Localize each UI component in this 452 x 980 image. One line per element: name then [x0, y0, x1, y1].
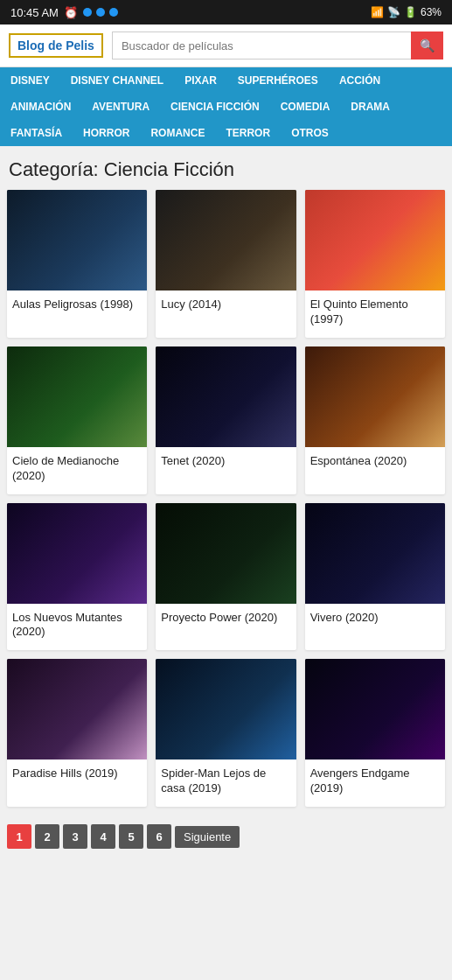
movie-card-avengers[interactable]: Avengers Endgame (2019): [305, 659, 445, 807]
movie-title-spiderman: Spider-Man Lejos de casa (2019): [156, 760, 296, 807]
dot-3: [109, 8, 118, 17]
page-num-2[interactable]: 2: [35, 824, 59, 849]
nav-item-accin[interactable]: ACCIÓN: [329, 67, 391, 94]
header: Blog de Pelis 🔍: [0, 24, 452, 67]
movie-thumb-paradise: [7, 659, 147, 760]
movie-thumb-vivero: [305, 503, 445, 604]
status-left: 10:45 AM ⏰: [10, 6, 118, 19]
movie-card-tenet[interactable]: Tenet (2020): [156, 346, 296, 494]
movie-title-proyecto: Proyecto Power (2020): [156, 604, 296, 636]
movie-card-vivero[interactable]: Vivero (2020): [305, 503, 445, 651]
search-button[interactable]: 🔍: [411, 32, 443, 60]
nav-item-horror[interactable]: HORROR: [73, 120, 140, 146]
search-input[interactable]: [112, 32, 411, 60]
page-num-3[interactable]: 3: [63, 824, 87, 849]
movie-title-tenet: Tenet (2020): [156, 447, 296, 480]
movie-card-quinto[interactable]: El Quinto Elemento (1997): [305, 190, 445, 338]
nav-item-comedia[interactable]: COMEDIA: [270, 94, 341, 120]
nav-item-pixar[interactable]: PIXAR: [174, 67, 227, 94]
movie-card-mutantes[interactable]: Los Nuevos Mutantes (2020): [7, 503, 147, 651]
movie-card-cielo[interactable]: Cielo de Medianoche (2020): [7, 346, 147, 494]
movie-title-mutantes: Los Nuevos Mutantes (2020): [7, 604, 147, 651]
movie-thumb-tenet: [156, 346, 296, 447]
dot-1: [83, 8, 92, 17]
page-num-1[interactable]: 1: [7, 824, 31, 849]
movie-card-espontanea[interactable]: Espontánea (2020): [305, 346, 445, 494]
status-bar: 10:45 AM ⏰ 📶 📡 🔋 63%: [0, 0, 452, 24]
movie-title-lucy: Lucy (2014): [156, 290, 296, 323]
nav-item-aventura[interactable]: AVENTURA: [81, 94, 160, 120]
battery-level: 63%: [421, 6, 442, 18]
movie-thumb-quinto: [305, 190, 445, 290]
movie-title-quinto: El Quinto Elemento (1997): [305, 290, 445, 338]
nav-item-fantasa[interactable]: FANTASÍA: [0, 120, 73, 146]
nav-item-disney[interactable]: DISNEY: [0, 67, 60, 94]
pagination: 123456Siguiente: [0, 816, 452, 866]
alarm-icon: ⏰: [64, 6, 78, 19]
nav-item-romance[interactable]: ROMANCE: [140, 120, 215, 146]
dot-2: [96, 8, 105, 17]
movie-grid: Aulas Peligrosas (1998)Lucy (2014)El Qui…: [0, 190, 452, 816]
movie-card-spiderman[interactable]: Spider-Man Lejos de casa (2019): [156, 659, 296, 807]
nav-item-terror[interactable]: TERROR: [215, 120, 281, 146]
page-title: Categoría: Ciencia Ficción: [0, 146, 452, 190]
movie-title-aulas: Aulas Peligrosas (1998): [7, 290, 147, 323]
status-right: 📶 📡 🔋 63%: [371, 6, 442, 18]
movie-title-vivero: Vivero (2020): [305, 604, 445, 636]
movie-thumb-mutantes: [7, 503, 147, 604]
pagination-next[interactable]: Siguiente: [175, 826, 240, 848]
movie-thumb-cielo: [7, 346, 147, 447]
nav-item-otros[interactable]: OTROS: [281, 120, 339, 146]
status-dots: [83, 8, 118, 17]
time: 10:45 AM: [10, 6, 59, 19]
movie-card-aulas[interactable]: Aulas Peligrosas (1998): [7, 190, 147, 338]
movie-card-paradise[interactable]: Paradise Hills (2019): [7, 659, 147, 807]
page-num-4[interactable]: 4: [91, 824, 115, 849]
signal-icon: 📶: [371, 6, 384, 18]
nav-item-superhroes[interactable]: SUPERHÉROES: [227, 67, 329, 94]
nav-item-cienciaficcin[interactable]: CIENCIA FICCIÓN: [160, 94, 270, 120]
movie-title-espontanea: Espontánea (2020): [305, 447, 445, 480]
movie-thumb-aulas: [7, 190, 147, 290]
search-bar: 🔍: [112, 32, 443, 60]
movie-title-paradise: Paradise Hills (2019): [7, 760, 147, 792]
movie-thumb-spiderman: [156, 659, 296, 760]
movie-card-lucy[interactable]: Lucy (2014): [156, 190, 296, 338]
nav-item-animacin[interactable]: ANIMACIÓN: [0, 94, 81, 120]
movie-title-avengers: Avengers Endgame (2019): [305, 760, 445, 807]
movie-card-proyecto[interactable]: Proyecto Power (2020): [156, 503, 296, 651]
logo[interactable]: Blog de Pelis: [9, 33, 103, 58]
page-num-5[interactable]: 5: [119, 824, 143, 849]
nav-item-drama[interactable]: DRAMA: [340, 94, 400, 120]
movie-thumb-espontanea: [305, 346, 445, 447]
main-nav: DISNEYDISNEY CHANNELPIXARSUPERHÉROESACCI…: [0, 67, 452, 146]
page-num-6[interactable]: 6: [147, 824, 171, 849]
movie-thumb-avengers: [305, 659, 445, 760]
movie-title-cielo: Cielo de Medianoche (2020): [7, 447, 147, 494]
battery-icon: 🔋: [404, 6, 417, 18]
wifi-icon: 📡: [387, 6, 400, 18]
nav-item-disneychannel[interactable]: DISNEY CHANNEL: [60, 67, 174, 94]
movie-thumb-lucy: [156, 190, 296, 290]
movie-thumb-proyecto: [156, 503, 296, 604]
